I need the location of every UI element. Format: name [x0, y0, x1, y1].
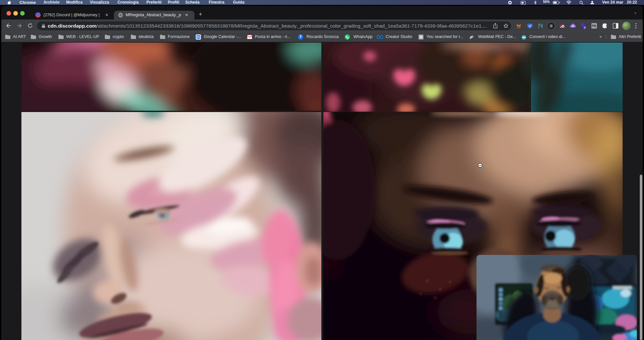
svg-text:5: 5 — [584, 27, 586, 29]
